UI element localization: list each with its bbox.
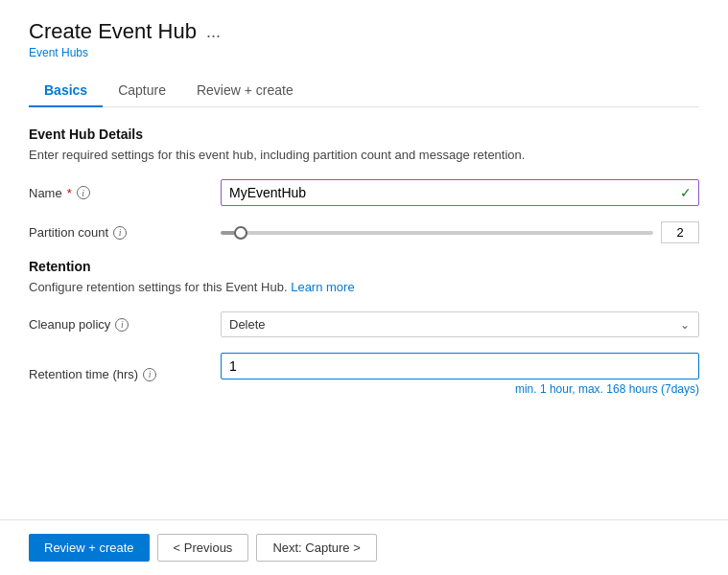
retention-time-label: Retention time (hrs) i [29,367,221,381]
partition-info-icon[interactable]: i [113,226,127,240]
cleanup-label-text: Cleanup policy [29,317,110,332]
tab-bar: Basics Capture Review + create [29,75,699,107]
retention-time-control: min. 1 hour, max. 168 hours (7days) [221,353,699,396]
page-title: Create Event Hub [29,19,197,44]
name-row: Name * i ✓ [29,179,699,206]
partition-label-text: Partition count [29,225,108,240]
breadcrumb[interactable]: Event Hubs [29,46,699,59]
partition-label: Partition count i [29,225,221,240]
tab-review-create[interactable]: Review + create [181,75,309,107]
tab-basics[interactable]: Basics [29,75,103,107]
cleanup-label: Cleanup policy i [29,317,221,332]
learn-more-link[interactable]: Learn more [291,280,354,294]
section-desc-retention: Configure retention settings for this Ev… [29,280,699,294]
cleanup-select[interactable]: Delete Compact Compact and Delete [221,311,699,337]
cleanup-control: Delete Compact Compact and Delete ⌄ [221,311,699,337]
name-check-icon: ✓ [680,185,692,200]
ellipsis-icon[interactable]: ... [206,22,221,42]
previous-button[interactable]: < Previous [157,534,249,562]
retention-desc-text: Configure retention settings for this Ev… [29,280,288,294]
partition-slider[interactable] [221,231,653,235]
name-info-icon[interactable]: i [77,186,90,199]
partition-row: Partition count i [29,221,699,243]
name-control: ✓ [221,179,699,206]
partition-control [221,221,699,243]
retention-time-input[interactable] [221,353,699,380]
name-input[interactable] [221,179,699,206]
partition-value-input[interactable] [661,221,699,243]
retention-time-label-text: Retention time (hrs) [29,367,138,381]
cleanup-info-icon[interactable]: i [115,318,129,332]
cleanup-row: Cleanup policy i Delete Compact Compact … [29,311,699,337]
next-button[interactable]: Next: Capture > [256,534,376,562]
name-label: Name * i [29,186,221,200]
retention-time-info-icon[interactable]: i [143,368,156,381]
tab-capture[interactable]: Capture [103,75,181,107]
footer-bar: Review + create < Previous Next: Capture… [0,519,728,575]
section-title-retention: Retention [29,259,699,274]
retention-time-row: Retention time (hrs) i min. 1 hour, max.… [29,353,699,396]
section-title-details: Event Hub Details [29,126,699,142]
retention-hint: min. 1 hour, max. 168 hours (7days) [221,382,699,396]
name-required-star: * [67,186,72,200]
section-desc-details: Enter required settings for this event h… [29,148,699,162]
name-label-text: Name [29,186,62,200]
review-create-button[interactable]: Review + create [29,534,150,562]
